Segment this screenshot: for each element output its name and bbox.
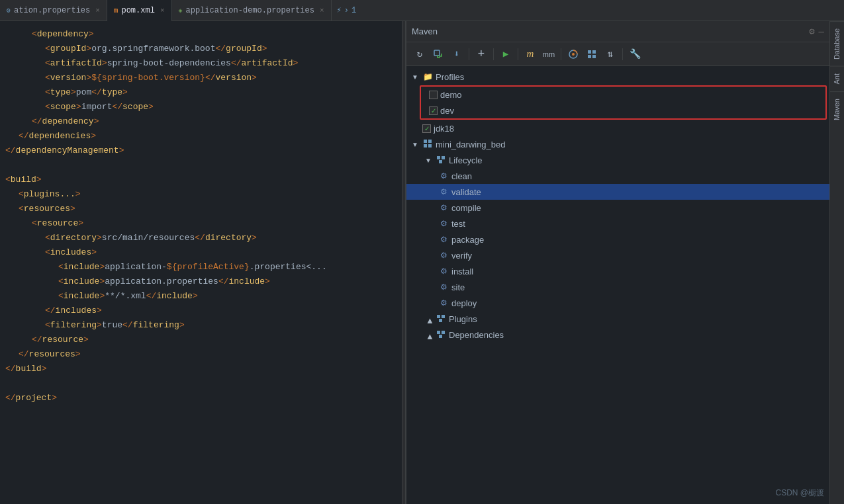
svg-rect-14	[437, 315, 440, 318]
svg-point-2	[572, 53, 575, 56]
profiles-label: Profiles	[436, 72, 464, 82]
mm-btn[interactable]: mm	[541, 46, 557, 62]
dev-checkbox[interactable]: ✓	[429, 106, 438, 115]
toolbar-sep2	[493, 48, 494, 60]
side-tab-ant[interactable]: Ant	[830, 66, 844, 91]
xml-icon: m	[114, 7, 118, 15]
module-section[interactable]: ▼ mini_darwing_bed	[406, 136, 829, 152]
lifecycle-deploy-label: deploy	[451, 298, 477, 308]
lifecycle-section[interactable]: ▼ Lifecycle	[406, 152, 829, 168]
lifecycle-compile[interactable]: ⚙ compile	[406, 200, 829, 216]
svg-rect-0	[434, 50, 440, 56]
demo-checkbox[interactable]	[429, 91, 438, 99]
run-btn[interactable]: ▶	[498, 46, 514, 62]
tab-extra[interactable]: ⚡ › 1	[332, 5, 362, 15]
plugins-icon	[436, 314, 446, 325]
lifecycle-validate[interactable]: ⚙ validate	[406, 184, 829, 200]
maven-header: Maven ⚙ —	[406, 21, 829, 42]
maven-toolbar: ↻ ⬇ + ▶ m mm	[406, 42, 829, 66]
module-label: mini_darwing_bed	[436, 140, 506, 149]
gear-icon: ⚙	[438, 203, 449, 212]
lifecycle-clean-label: clean	[451, 171, 472, 181]
settings-icon[interactable]: ⚙	[809, 26, 814, 37]
svg-rect-12	[442, 156, 445, 159]
code-line: </resources>	[0, 347, 402, 361]
lifecycle-install-label: install	[451, 267, 473, 276]
minimize-icon[interactable]: —	[819, 26, 824, 37]
code-line: <include>**/*.xml</include>	[0, 288, 402, 303]
refresh-btn[interactable]: ↻	[412, 46, 428, 62]
lifecycle-clean[interactable]: ⚙ clean	[406, 168, 829, 184]
lifecycle-site[interactable]: ⚙ site	[406, 279, 829, 295]
profile-dev-label: dev	[440, 106, 454, 116]
side-tab-maven[interactable]: Maven	[830, 91, 844, 127]
svg-rect-15	[442, 315, 445, 318]
dependencies-section[interactable]: ▶ Dependencies	[406, 327, 829, 343]
code-line: <groupId>org.springframework.boot</group…	[0, 41, 402, 56]
lifecycle-package[interactable]: ⚙ package	[406, 231, 829, 247]
code-line: <version>${spring-boot.version}</version…	[0, 70, 402, 85]
lifecycle-label: Lifecycle	[449, 155, 483, 165]
toggle-btn[interactable]: ⇅	[602, 46, 618, 62]
gear-icon: ⚙	[438, 219, 449, 228]
lifecycle-deploy[interactable]: ⚙ deploy	[406, 295, 829, 311]
tab-close[interactable]: ×	[95, 7, 100, 15]
m-btn[interactable]: m	[522, 46, 538, 62]
tab-label: application-demo.properties	[186, 6, 314, 15]
deps-expand-icon: ▶	[426, 331, 433, 339]
gear-icon: ⚙	[438, 267, 449, 276]
tab-close-xml[interactable]: ×	[160, 7, 165, 15]
download-btn[interactable]: ⬇	[449, 46, 465, 62]
code-line: <directory>src/main/resources</directory…	[0, 230, 402, 245]
lifecycle-test[interactable]: ⚙ test	[406, 216, 829, 231]
profile-demo[interactable]: demo	[421, 87, 825, 103]
code-line: <type>pom</type>	[0, 85, 402, 99]
side-tabs: Database Ant Maven	[829, 21, 844, 504]
tab-application-props[interactable]: ⚙ ation.properties ×	[0, 0, 107, 21]
profile-jdk18[interactable]: ✓ jdk18	[406, 120, 829, 136]
maven-title: Maven	[412, 26, 438, 36]
lifecycle-expand-icon: ▼	[425, 157, 433, 164]
side-tab-database[interactable]: Database	[830, 21, 844, 66]
svg-rect-19	[439, 335, 442, 338]
profile-dev[interactable]: ✓ dev	[421, 103, 825, 118]
grid-btn[interactable]	[584, 46, 600, 62]
code-line: </includes>	[0, 303, 402, 317]
add-btn[interactable]: +	[473, 46, 489, 62]
gear-icon: ⚙	[438, 251, 449, 260]
svg-rect-10	[428, 144, 432, 147]
editor-area[interactable]: <dependency> <groupId>org.springframewor…	[0, 21, 402, 504]
jdk18-checkbox[interactable]: ✓	[422, 124, 431, 133]
profiles-section[interactable]: ▼ 📁 Profiles	[406, 69, 829, 85]
lifecycle-install[interactable]: ⚙ install	[406, 263, 829, 279]
code-line: <artifactId>spring-boot-dependencies</ar…	[0, 56, 402, 70]
module-expand-icon: ▼	[412, 141, 420, 148]
code-line: </dependencies>	[0, 128, 402, 143]
watermark: CSDN @橱渡	[775, 487, 824, 499]
svg-rect-4	[592, 50, 596, 54]
code-line: <includes>	[0, 245, 402, 259]
code-line: <scope>import</scope>	[0, 99, 402, 114]
svg-rect-17	[437, 331, 440, 334]
lifecycle-package-label: package	[451, 235, 484, 245]
code-line	[0, 157, 402, 172]
plugins-label: Plugins	[449, 314, 477, 324]
maven-tree: ▼ 📁 Profiles demo ✓ dev ✓ jd	[406, 66, 829, 504]
tab-application-demo-props[interactable]: ◈ application-demo.properties ×	[172, 0, 332, 21]
code-line: <resources>	[0, 201, 402, 216]
wrench-btn[interactable]: 🔧	[627, 46, 643, 62]
tab-close-demo[interactable]: ×	[320, 7, 324, 15]
svg-rect-11	[437, 156, 440, 159]
lifecycle-btn[interactable]	[565, 46, 581, 62]
lifecycle-verify[interactable]: ⚙ verify	[406, 247, 829, 263]
svg-rect-9	[424, 144, 427, 147]
tab-pom-xml[interactable]: m pom.xml ×	[107, 0, 172, 21]
toolbar-sep5	[622, 48, 623, 60]
plugins-section[interactable]: ▶ Plugins	[406, 311, 829, 327]
gear-icon: ⚙	[438, 171, 449, 181]
profile-jdk18-label: jdk18	[434, 124, 454, 134]
tab-count-num: 1	[352, 6, 356, 15]
reimport-btn[interactable]	[430, 46, 446, 62]
arrow-icon: ⚡	[337, 5, 342, 15]
dependencies-label: Dependencies	[449, 330, 504, 340]
